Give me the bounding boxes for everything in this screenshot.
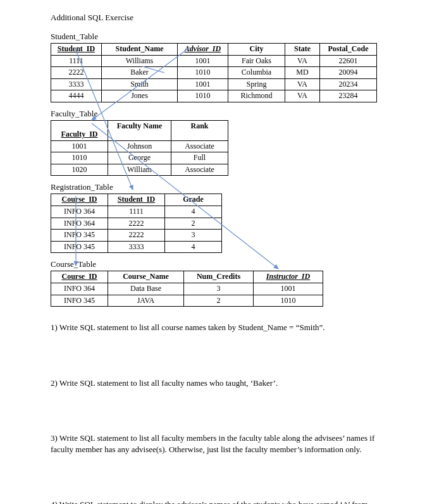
table-header-row: Student_ID Student_Name Advisor_ID City … bbox=[51, 44, 377, 56]
course-table-label: Course_Table bbox=[51, 259, 381, 269]
col-course-id: Course_ID bbox=[51, 194, 108, 206]
cell: 22601 bbox=[320, 55, 377, 67]
table-row: 1010GeorgeFull bbox=[51, 152, 228, 164]
col-student-id: Student_ID bbox=[51, 44, 102, 56]
col-postal: Postal_Code bbox=[320, 44, 377, 56]
col-state: State bbox=[285, 44, 320, 56]
table-row: 1020WilliamAssociate bbox=[51, 164, 228, 176]
table-header-row: Faculty_ID Faculty Name Rank bbox=[51, 120, 228, 140]
col-course-name: Course_Name bbox=[108, 271, 184, 283]
cell: 20094 bbox=[320, 67, 377, 79]
cell: 1020 bbox=[51, 164, 108, 176]
cell: 1111 bbox=[108, 206, 165, 218]
col-advisor-id: Advisor_ID bbox=[178, 44, 228, 56]
cell: 2222 bbox=[51, 67, 102, 79]
cell: 23284 bbox=[320, 90, 377, 102]
cell: Associate bbox=[171, 140, 228, 152]
col-reg-student-id: Student_ID bbox=[108, 194, 165, 206]
cell: Columbia bbox=[228, 67, 285, 79]
table-row: 1001JohnsonAssociate bbox=[51, 140, 228, 152]
cell: William bbox=[108, 164, 171, 176]
registration-table-label: Registration_Table bbox=[51, 182, 381, 192]
cell: 1001 bbox=[178, 55, 228, 67]
cell: George bbox=[108, 152, 171, 164]
faculty-table: Faculty_ID Faculty Name Rank 1001Johnson… bbox=[51, 120, 228, 176]
table-row: 4444Jones1010RichmondVA23284 bbox=[51, 90, 377, 102]
student-table: Student_ID Student_Name Advisor_ID City … bbox=[51, 43, 377, 102]
cell: VA bbox=[285, 90, 320, 102]
col-faculty-id: Faculty_ID bbox=[51, 120, 108, 140]
table-row: INFO 36422222 bbox=[51, 218, 222, 230]
table-header-row: Course_ID Course_Name Num_Credits Instru… bbox=[51, 271, 323, 283]
cell: Fair Oaks bbox=[228, 55, 285, 67]
table-header-row: Course_ID Student_ID Grade bbox=[51, 194, 222, 206]
table-row: INFO 364Data Base31001 bbox=[51, 283, 323, 295]
cell: 4 bbox=[165, 206, 222, 218]
cell: 1001 bbox=[254, 283, 323, 295]
cell: Baker bbox=[102, 67, 178, 79]
col-instructor-id: Instructor_ID bbox=[254, 271, 323, 283]
table-row: 1111Williams1001Fair OaksVA22601 bbox=[51, 55, 377, 67]
cell: Spring bbox=[228, 78, 285, 90]
col-city: City bbox=[228, 44, 285, 56]
question-3: 3) Write SQL statement to list all facul… bbox=[51, 433, 381, 455]
cell: VA bbox=[285, 55, 320, 67]
cell: 1001 bbox=[178, 78, 228, 90]
cell: 3333 bbox=[108, 241, 165, 253]
col-rank: Rank bbox=[171, 120, 228, 140]
cell: Full bbox=[171, 152, 228, 164]
cell: 1010 bbox=[178, 67, 228, 79]
cell: 2222 bbox=[108, 230, 165, 242]
cell: Associate bbox=[171, 164, 228, 176]
page-title: Additional SQL Exercise bbox=[51, 13, 381, 23]
cell: 4 bbox=[165, 241, 222, 253]
cell: 4444 bbox=[51, 90, 102, 102]
cell: Richmond bbox=[228, 90, 285, 102]
cell: 2 bbox=[184, 295, 254, 307]
table-row: 3333Smith1001SpringVA20234 bbox=[51, 78, 377, 90]
cell: JAVA bbox=[108, 295, 184, 307]
registration-table: Course_ID Student_ID Grade INFO 36411114… bbox=[51, 194, 222, 253]
cell: Jones bbox=[102, 90, 178, 102]
cell: 1111 bbox=[51, 55, 102, 67]
table-row: INFO 34522223 bbox=[51, 230, 222, 242]
cell: 2 bbox=[165, 218, 222, 230]
table-row: 2222Baker1010ColumbiaMD20094 bbox=[51, 67, 377, 79]
question-2: 2) Write SQL statement to list all facul… bbox=[51, 378, 381, 389]
cell: Smith bbox=[102, 78, 178, 90]
cell: 3 bbox=[165, 230, 222, 242]
col-num-credits: Num_Credits bbox=[184, 271, 254, 283]
cell: MD bbox=[285, 67, 320, 79]
questions-section: 1) Write SQL statement to list all cours… bbox=[51, 322, 381, 504]
cell: VA bbox=[285, 78, 320, 90]
cell: Williams bbox=[102, 55, 178, 67]
course-table: Course_ID Course_Name Num_Credits Instru… bbox=[51, 271, 323, 307]
cell: INFO 364 bbox=[51, 283, 108, 295]
cell: Johnson bbox=[108, 140, 171, 152]
table-row: INFO 34533334 bbox=[51, 241, 222, 253]
col-course-id2: Course_ID bbox=[51, 271, 108, 283]
cell: INFO 364 bbox=[51, 206, 108, 218]
cell: 1001 bbox=[51, 140, 108, 152]
table-row: INFO 345JAVA21010 bbox=[51, 295, 323, 307]
faculty-table-label: Faculty_Table bbox=[51, 109, 381, 119]
cell: 1010 bbox=[254, 295, 323, 307]
student-table-label: Student_Table bbox=[51, 32, 381, 42]
col-grade: Grade bbox=[165, 194, 222, 206]
cell: 1010 bbox=[178, 90, 228, 102]
cell: INFO 345 bbox=[51, 241, 108, 253]
question-1: 1) Write SQL statement to list all cours… bbox=[51, 322, 381, 333]
cell: INFO 345 bbox=[51, 230, 108, 242]
cell: 1010 bbox=[51, 152, 108, 164]
table-row: INFO 36411114 bbox=[51, 206, 222, 218]
cell: INFO 364 bbox=[51, 218, 108, 230]
cell: 2222 bbox=[108, 218, 165, 230]
cell: 3 bbox=[184, 283, 254, 295]
cell: Data Base bbox=[108, 283, 184, 295]
cell: 20234 bbox=[320, 78, 377, 90]
col-faculty-name: Faculty Name bbox=[108, 120, 171, 140]
cell: INFO 345 bbox=[51, 295, 108, 307]
cell: 3333 bbox=[51, 78, 102, 90]
col-student-name: Student_Name bbox=[102, 44, 178, 56]
question-4: 4) Write SQL statement to display the ad… bbox=[51, 499, 381, 504]
